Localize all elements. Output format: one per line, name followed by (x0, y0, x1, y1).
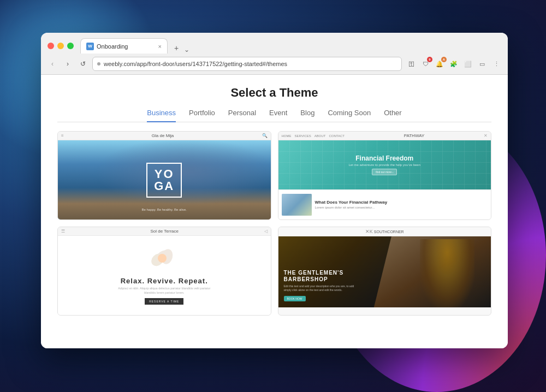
browser-content: Select a Theme Business Portfolio Person… (41, 75, 508, 348)
new-tab-button[interactable]: + (171, 43, 182, 54)
yoga-mini-bar: ≡ Gla de Mija 🔍 (58, 132, 271, 140)
barber-theme-title: THE GENTLEMEN'SBARBERSHOP (284, 270, 354, 283)
tab-bar: W Onboarding × + ⌄ (80, 38, 501, 54)
key-icon[interactable]: ⚿ (405, 58, 417, 70)
close-button[interactable] (48, 43, 54, 49)
sol-cta-button: RESERVE A TIME (145, 298, 183, 305)
pathway-close-icon: ✕ (484, 133, 488, 138)
sol-flower-illustration (145, 246, 183, 274)
flower-center (158, 254, 167, 263)
yoga-title-box: YO GA (146, 163, 182, 198)
notification-badge: A (441, 57, 447, 62)
forward-button[interactable]: › (62, 58, 74, 70)
maximize-button[interactable] (67, 43, 74, 49)
barber-logo-symbol: ✕K (365, 229, 373, 234)
toolbar-icons: ⚿ 🛡 9 🔔 A 🧩 ⬜ ▭ ⋮ (405, 58, 502, 70)
sol-theme-title: Relax. Revive. Repeat. (121, 277, 208, 285)
pathway-preview: Financial Freedom Let me adventure to pr… (278, 140, 491, 219)
menu-icon[interactable]: ⋮ (490, 58, 502, 70)
active-tab[interactable]: W Onboarding × (80, 38, 168, 54)
theme-card-pathway[interactable]: HOME SERVICES ABOUT CONTACT PATHWAY ✕ Fi… (278, 131, 492, 220)
pathway-article-image (282, 194, 312, 216)
yoga-tagline: Be happy. Be healthy. Be alive. (58, 208, 271, 211)
pathway-hero-title: Financial Freedom (355, 155, 413, 162)
yoga-text-bottom: GA (154, 180, 174, 192)
tab-portfolio[interactable]: Portfolio (189, 109, 215, 122)
pathway-nav-about: ABOUT (314, 134, 326, 138)
pathway-mini-bar: HOME SERVICES ABOUT CONTACT PATHWAY ✕ (278, 132, 491, 140)
tab-event[interactable]: Event (269, 109, 287, 122)
sol-menu-icon: ☰ (61, 229, 65, 234)
pathway-nav: HOME SERVICES ABOUT CONTACT (282, 134, 345, 138)
sol-back-icon: ◁ (264, 229, 268, 234)
theme-tabs: Business Portfolio Personal Event Blog C… (57, 109, 491, 122)
yoga-preview: YO GA Be happy. Be healthy. Be alive. (58, 140, 271, 219)
sidebar-icon[interactable]: ▭ (476, 58, 488, 70)
barber-top-bar: ✕K SOUTHCORNER (278, 227, 491, 236)
shield-badge: 9 (427, 57, 432, 62)
sol-theme-desc: Adipisci et nibh. Aliquip aliqua delectu… (115, 287, 213, 295)
sol-preview: Relax. Revive. Repeat. Adipisci et nibh.… (58, 236, 271, 315)
pathway-site-title: PATHWAY (345, 133, 484, 138)
pathway-cta-button: find out more › (372, 169, 397, 175)
tab-blog[interactable]: Blog (300, 109, 314, 122)
reload-button[interactable]: ↺ (77, 58, 89, 70)
address-text: weebly.com/app/front-door/users/14371752… (104, 61, 397, 67)
tab-business[interactable]: Business (147, 109, 176, 122)
back-button[interactable]: ‹ (46, 58, 58, 70)
pathway-article-title: What Does Your Financial Pathway (315, 200, 388, 205)
window-icon[interactable]: ⬜ (462, 58, 474, 70)
theme-card-sol[interactable]: ☰ Sol de Terrace ◁ (57, 227, 271, 316)
pathway-hero: Financial Freedom Let me adventure to pr… (278, 140, 491, 189)
tab-label: Onboarding (97, 43, 156, 50)
pathway-nav-contact: CONTACT (329, 134, 345, 138)
browser-window: W Onboarding × + ⌄ ‹ › ↺ weebly.com/app/… (41, 33, 508, 348)
barber-hero: THE GENTLEMEN'SBARBERSHOP Edit this text… (278, 236, 491, 307)
pathway-nav-services: SERVICES (295, 134, 311, 138)
traffic-lights (48, 43, 74, 49)
secure-icon (97, 62, 100, 66)
theme-grid: ≡ Gla de Mija 🔍 YO GA Be happy. Be healt (57, 131, 491, 316)
sol-mini-bar: ☰ Sol de Terrace ◁ (58, 227, 271, 236)
browser-toolbar: ‹ › ↺ weebly.com/app/front-door/users/14… (41, 54, 508, 74)
notification-icon[interactable]: 🔔 A (434, 58, 446, 70)
barber-brand-name: SOUTHCORNER (374, 230, 404, 234)
barber-text-block: THE GENTLEMEN'SBARBERSHOP Edit this text… (284, 270, 354, 302)
pathway-article: What Does Your Financial Pathway Lorem i… (278, 189, 491, 219)
page-container: Select a Theme Business Portfolio Person… (41, 75, 508, 326)
tab-coming-soon[interactable]: Coming Soon (328, 109, 371, 122)
browser-chrome: W Onboarding × + ⌄ ‹ › ↺ weebly.com/app/… (41, 33, 508, 75)
browser-more-button[interactable]: ⌄ (184, 46, 189, 54)
browser-titlebar: W Onboarding × + ⌄ (41, 33, 508, 54)
sol-site-title: Sol de Terrace (65, 229, 264, 234)
pathway-nav-home: HOME (282, 134, 292, 138)
tab-other[interactable]: Other (384, 109, 402, 122)
pathway-article-text: What Does Your Financial Pathway Lorem i… (315, 200, 388, 210)
tab-close-icon[interactable]: × (158, 43, 162, 50)
yoga-search-icon: 🔍 (262, 133, 268, 138)
yoga-site-title: Gla de Mija (64, 133, 262, 138)
tab-personal[interactable]: Personal (228, 109, 256, 122)
barber-cta-button: BOOK NOW (284, 296, 306, 301)
barber-person-silhouette (420, 239, 474, 307)
barber-theme-desc: Edit this text and add your description … (284, 284, 354, 292)
theme-card-barbershop[interactable]: ✕K SOUTHCORNER THE GENTLEMEN'SBARBERSHOP… (278, 227, 492, 316)
minimize-button[interactable] (57, 43, 64, 49)
yoga-text-top: YO (154, 168, 174, 180)
pathway-hero-subtitle: Let me adventure to provide the help you… (348, 163, 420, 167)
theme-card-yoga[interactable]: ≡ Gla de Mija 🔍 YO GA Be happy. Be healt (57, 131, 271, 220)
pathway-article-body: Lorem ipsum dolor sit amet consectetur..… (315, 206, 388, 210)
tab-favicon: W (86, 43, 94, 50)
puzzle-icon[interactable]: 🧩 (448, 58, 460, 70)
shield-icon[interactable]: 🛡 9 (419, 58, 431, 70)
page-title: Select a Theme (57, 86, 491, 100)
address-bar[interactable]: weebly.com/app/front-door/users/14371752… (92, 57, 402, 71)
